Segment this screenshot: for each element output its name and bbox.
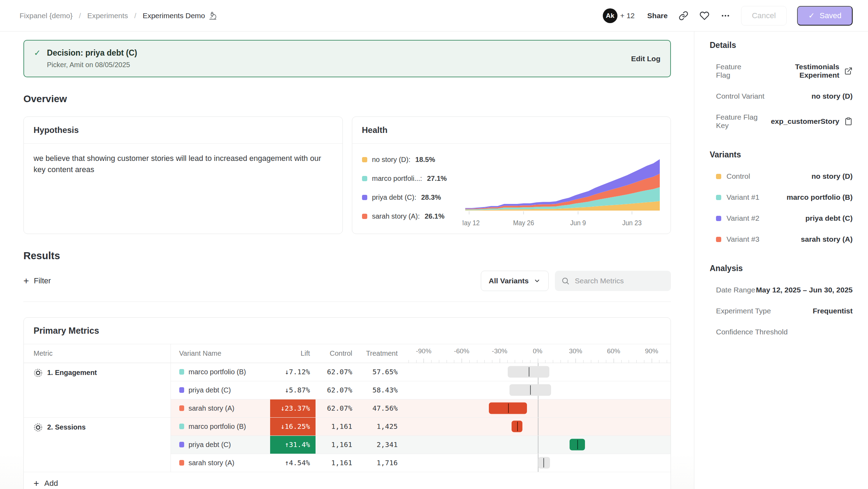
add-filter-button[interactable]: + Filter: [23, 276, 51, 286]
axis-tick: [447, 360, 447, 363]
axis-tick: [545, 360, 545, 363]
legend-swatch: [362, 214, 367, 219]
lift-axis: -90%-60%-30%0%30%60%90%: [405, 344, 671, 363]
axis-tick: [416, 360, 417, 363]
favorite-heart-icon[interactable]: [699, 10, 710, 21]
variants-dropdown[interactable]: All Variants: [481, 271, 549, 291]
legend-item[interactable]: sarah story (A): 26.1%: [362, 212, 463, 220]
treatment-value: 58.43%: [359, 381, 405, 399]
axis-tick: [629, 360, 629, 363]
health-legend: no story (D): 18.5%marco portfoli...: 27…: [362, 146, 463, 234]
analysis-title: Analysis: [710, 264, 853, 273]
share-button[interactable]: Share: [647, 12, 667, 20]
collaborators-overflow-count[interactable]: + 12: [620, 12, 635, 20]
axis-tick: [568, 360, 568, 363]
variant-swatch: [179, 442, 184, 447]
variant-value: marco portfolio (B): [787, 193, 853, 201]
variant-value: sarah story (A): [801, 235, 853, 243]
axis-tick: [652, 359, 652, 363]
axis-tick: [614, 359, 614, 363]
decision-banner: ✓ Decision: priya debt (C) Picker, Amit …: [23, 40, 671, 77]
axis-tick: [515, 360, 515, 363]
confidence-interval-cell: [405, 417, 671, 435]
results-heading: Results: [23, 250, 671, 262]
hypothesis-title: Hypothesis: [24, 117, 342, 144]
metric-name: 1. Engagement: [34, 368, 171, 377]
more-options-icon[interactable]: [720, 10, 731, 21]
axis-tick-label: 90%: [645, 347, 658, 355]
treatment-value: 47.56%: [359, 399, 405, 417]
zero-line: [538, 418, 538, 435]
legend-label: marco portfoli...:: [372, 175, 422, 183]
metric-cell[interactable]: 2. Sessions: [24, 417, 171, 472]
column-header-lift: Lift: [270, 344, 316, 363]
variants-section: Variants Controlno story (D)Variant #1ma…: [710, 150, 853, 243]
variant-swatch: [716, 237, 721, 242]
health-card: Health no story (D): 18.5%marco portfoli…: [352, 116, 671, 234]
axis-tick-label: 30%: [569, 347, 582, 355]
axis-tick: [659, 360, 659, 363]
avatar[interactable]: Ak: [603, 8, 617, 23]
clipboard-icon[interactable]: [844, 117, 853, 126]
treatment-value: 1,716: [359, 454, 405, 472]
variant-swatch: [716, 216, 721, 221]
details-sidebar: Details Feature Flag Testimonials Experi…: [694, 31, 868, 489]
axis-tick: [431, 360, 432, 363]
legend-label: no story (D):: [372, 156, 411, 164]
legend-item[interactable]: marco portfoli...: 27.1%: [362, 175, 463, 183]
confidence-interval-cell: [405, 435, 671, 454]
variant-name-cell: priya debt (C): [171, 435, 270, 454]
hypothesis-text[interactable]: we believe that showing customer stories…: [24, 144, 342, 184]
treatment-value: 2,341: [359, 435, 405, 454]
variant-name-cell: marco portfolio (B): [171, 417, 270, 435]
legend-label: sarah story (A):: [372, 212, 420, 220]
axis-tick: [424, 359, 424, 363]
table-row: 2. Sessionsmarco portfolio (B)↓16.25%1,1…: [24, 417, 671, 435]
check-icon: ✓: [34, 48, 41, 58]
search-metrics-input[interactable]: Search Metrics: [555, 271, 671, 291]
variant-swatch: [179, 387, 184, 393]
x-axis-label: May 26: [513, 219, 534, 227]
column-header-treatment: Treatment: [359, 344, 405, 363]
legend-item[interactable]: no story (D): 18.5%: [362, 156, 463, 164]
analysis-row-confidence-threshold: Confidence Threshold: [710, 328, 853, 336]
edit-log-button[interactable]: Edit Log: [631, 55, 660, 63]
lift-badge: ↑31.4%: [270, 436, 316, 454]
variant-name-cell: priya debt (C): [171, 381, 270, 399]
axis-tick: [500, 359, 500, 363]
metric-cell[interactable]: 1. Engagement: [24, 363, 171, 417]
variant-value: no story (D): [811, 172, 853, 180]
collaborators[interactable]: Ak + 12: [603, 8, 635, 23]
feature-flag-link[interactable]: Testimonials Experiment: [756, 63, 839, 79]
metric-name: 2. Sessions: [34, 423, 171, 432]
cancel-button[interactable]: Cancel: [741, 6, 787, 26]
variant-name: marco portfolio (B): [179, 423, 270, 431]
saved-button[interactable]: ✓ Saved: [797, 6, 853, 26]
table-header-row: Metric Variant Name Lift Control Treatme…: [24, 344, 671, 363]
legend-item[interactable]: priya debt (C): 28.3%: [362, 193, 463, 201]
main-content: ✓ Decision: priya debt (C) Picker, Amit …: [0, 31, 694, 489]
axis-tick: [560, 360, 561, 363]
hypothesis-card: Hypothesis we believe that showing custo…: [23, 116, 343, 234]
variant-swatch: [716, 174, 721, 179]
external-link-icon[interactable]: [844, 67, 853, 75]
variant-row-variant-3: Variant #3sarah story (A): [710, 235, 853, 243]
axis-tick: [667, 360, 667, 363]
variant-name-cell: sarah story (A): [171, 399, 270, 417]
control-value: 62.07%: [316, 381, 359, 399]
add-metric-button[interactable]: + Add: [24, 472, 671, 489]
breadcrumb-item-experiments[interactable]: Experiments: [87, 12, 128, 20]
zero-line: [538, 399, 538, 417]
breadcrumb-item-project[interactable]: Fixpanel {demo}: [20, 12, 73, 20]
plus-icon: +: [23, 276, 29, 286]
zero-line: [538, 436, 538, 454]
axis-tick: [408, 360, 409, 363]
plus-icon: +: [34, 479, 39, 488]
copy-link-icon[interactable]: [678, 10, 689, 21]
variant-label: Control: [716, 172, 750, 180]
variant-label: Variant #1: [716, 193, 759, 201]
control-value: 1,161: [316, 435, 359, 454]
axis-tick: [591, 360, 591, 363]
column-header-control: Control: [316, 344, 359, 363]
legend-label: priya debt (C):: [372, 193, 417, 201]
